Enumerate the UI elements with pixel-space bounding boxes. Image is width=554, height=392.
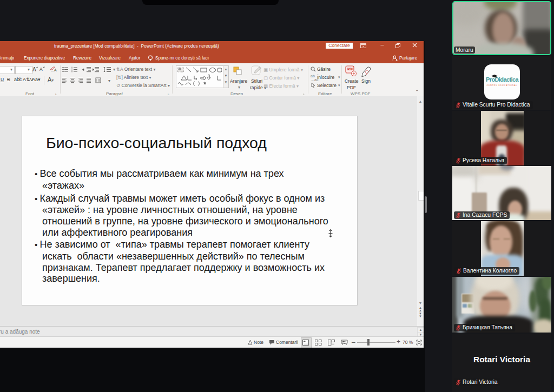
svg-text:A: A (39, 67, 43, 72)
svg-text:CENTRU EDUCATIONAL: CENTRU EDUCATIONAL (487, 84, 518, 87)
svg-text:A: A (32, 67, 36, 72)
svg-text:PDF: PDF (347, 68, 352, 70)
svg-text:A: A (54, 68, 57, 72)
